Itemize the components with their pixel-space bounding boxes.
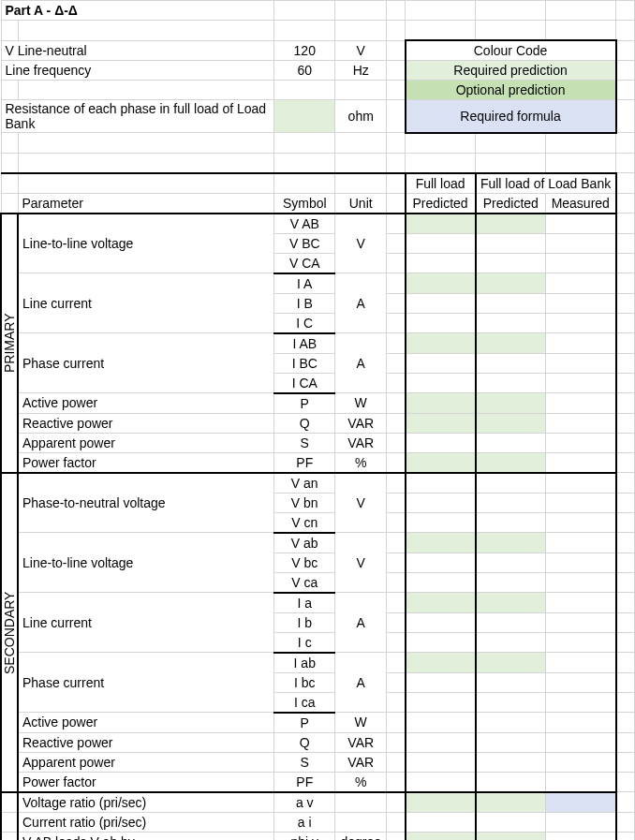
symbol-cell: I BC xyxy=(274,353,335,373)
title: Part A - Δ-Δ xyxy=(1,1,274,21)
legend-title: Colour Code xyxy=(406,40,616,61)
param-cell: Phase-to-neutral voltage xyxy=(18,473,274,533)
symbol-cell: I AB xyxy=(274,333,335,354)
res-value[interactable] xyxy=(274,100,335,133)
res-label: Resistance of each phase in full load of… xyxy=(1,100,274,133)
res-unit: ohm xyxy=(335,100,387,133)
hdr-symbol: Symbol xyxy=(274,193,335,214)
symbol-cell: V BC xyxy=(274,233,335,253)
param-cell: Reactive power xyxy=(18,413,274,433)
symbol-cell: I CA xyxy=(274,373,335,393)
symbol-cell: I A xyxy=(274,273,335,294)
hdr-full-load: Full load xyxy=(406,173,476,194)
hdr-predicted1: Predicted xyxy=(406,193,476,214)
unit-cell: A xyxy=(335,273,387,333)
freq-unit: Hz xyxy=(335,61,387,81)
hdr-predicted2: Predicted xyxy=(476,193,546,214)
param-cell: Line current xyxy=(18,593,274,653)
spreadsheet: Part A - Δ-Δ V Line-neutral 120 V Colour… xyxy=(0,0,635,840)
symbol-cell: I C xyxy=(274,313,335,333)
symbol-cell: V CA xyxy=(274,253,335,273)
legend-req-pred: Required prediction xyxy=(406,61,616,81)
param-cell: Apparent power xyxy=(18,433,274,452)
param-cell: Power factor xyxy=(18,452,274,473)
predicted-cell[interactable] xyxy=(476,214,546,234)
param-cell: Line-to-line voltage xyxy=(18,214,274,273)
unit-cell: A xyxy=(335,333,387,393)
vln-label: V Line-neutral xyxy=(1,40,274,61)
secondary-label: SECONDARY xyxy=(1,473,18,792)
measured-cell[interactable] xyxy=(546,214,616,234)
unit-cell: V xyxy=(335,214,387,273)
symbol-cell: V AB xyxy=(274,214,335,234)
hdr-parameter: Parameter xyxy=(18,193,274,214)
legend-req-form: Required formula xyxy=(406,100,616,133)
symbol-cell: I B xyxy=(274,293,335,313)
param-cell: Phase current xyxy=(18,333,274,393)
primary-label: PRIMARY xyxy=(1,214,18,473)
vln-unit: V xyxy=(335,40,387,61)
freq-label: Line frequency xyxy=(1,61,274,81)
freq-value[interactable]: 60 xyxy=(274,61,335,81)
vln-value[interactable]: 120 xyxy=(274,40,335,61)
param-cell: Active power xyxy=(18,393,274,414)
hdr-unit: Unit xyxy=(335,193,387,214)
param-cell: Line-to-line voltage xyxy=(18,533,274,593)
predicted-cell[interactable] xyxy=(406,214,476,234)
legend-opt-pred: Optional prediction xyxy=(406,81,616,100)
param-cell: Line current xyxy=(18,273,274,333)
hdr-measured: Measured xyxy=(546,193,616,214)
param-cell: Phase current xyxy=(18,653,274,713)
hdr-full-load-bank: Full load of Load Bank xyxy=(476,173,616,194)
